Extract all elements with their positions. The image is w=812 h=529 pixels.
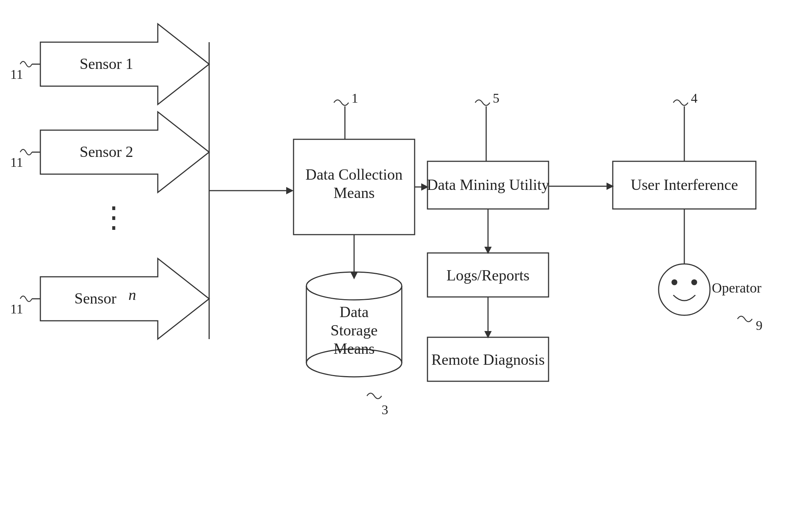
dmu-ref: 5 [493,91,499,106]
sensorn-italic: n [128,286,136,303]
dmu-wave [475,100,490,106]
operator-eye-left [671,279,677,285]
sensorn-ref: 11 [10,302,23,316]
sensor1-ref: 11 [10,67,23,82]
sensor1-wave [20,62,32,67]
sensor1-label: Sensor 1 [80,55,133,72]
ds-label2: Storage [331,322,378,339]
logs-label: Logs/Reports [447,267,529,284]
sensor2-wave [20,150,32,155]
op-ref: 9 [756,318,762,333]
operator-label: Operator [712,280,761,295]
sensor2-label: Sensor 2 [80,143,133,160]
operator-face [659,264,710,315]
operator-smile [673,295,695,301]
diagram-container: Sensor 1 11 Sensor 2 11 ⋮ Sensor n 11 1 … [0,0,812,529]
sensorn-arrow [40,258,209,339]
sensor2-ref: 11 [10,155,23,170]
ui-wave [673,100,688,106]
collector-arrow [286,187,294,194]
ellipsis: ⋮ [99,201,128,234]
ui-label: User Interference [631,176,738,193]
dcm-wave [334,100,349,106]
dcm-label2: Means [334,184,375,201]
rd-label: Remote Diagnosis [431,351,545,368]
dcm-to-ds-arrow [350,272,358,279]
operator-eye-right [691,279,697,285]
sensorn-label-text: Sensor [74,290,116,307]
sensorn-wave [20,296,32,302]
dcm-label1: Data Collection [306,166,403,183]
ds-label3: Means [334,340,375,357]
ds-ref: 3 [382,403,388,417]
ds-label1: Data [339,304,369,320]
dcm-ref: 1 [352,91,358,106]
op-wave [738,316,752,322]
ds-wave [367,393,382,399]
ui-ref: 4 [691,91,698,106]
dmu-label: Data Mining Utility [427,176,549,193]
